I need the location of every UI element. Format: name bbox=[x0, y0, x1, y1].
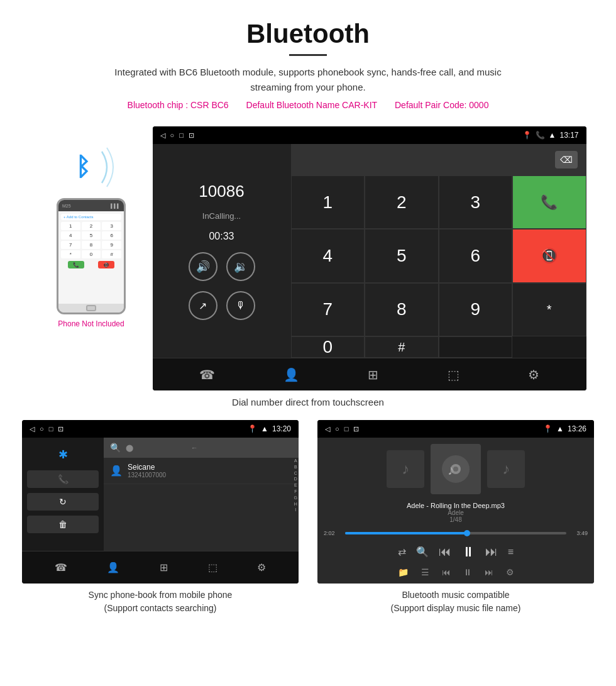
pb-back-icon[interactable]: ◁ bbox=[30, 425, 35, 433]
music-caption: Bluetooth music compatible (Support disp… bbox=[391, 589, 521, 615]
pb-settings-icon[interactable]: ⚙ bbox=[257, 562, 266, 573]
bottom-settings-icon[interactable]: ⚙ bbox=[528, 367, 539, 382]
bottom-dialpad-icon[interactable]: ⊞ bbox=[368, 367, 378, 382]
numpad-call-red[interactable]: 📵 bbox=[512, 229, 586, 282]
alphabet-index: A B C D E F G H I bbox=[294, 458, 297, 513]
spec-name: Default Bluetooth Name CAR-KIT bbox=[246, 100, 378, 110]
phone-key-0: 0 bbox=[82, 250, 101, 258]
numpad-2[interactable]: 2 bbox=[365, 175, 439, 229]
music-folder-icon[interactable]: 📁 bbox=[398, 567, 409, 577]
dial-backspace-button[interactable]: ⌫ bbox=[555, 151, 578, 169]
music-home-icon[interactable]: ○ bbox=[335, 425, 339, 433]
pb-search-placeholder: ⬤ ← bbox=[126, 444, 198, 452]
menu-icon[interactable]: ⊡ bbox=[189, 131, 194, 140]
prev-icon[interactable]: ⏮ bbox=[439, 545, 451, 559]
transfer-button[interactable]: ↗ bbox=[189, 291, 217, 320]
shuffle-icon[interactable]: ⇄ bbox=[398, 546, 406, 558]
music-settings-icon[interactable]: ⚙ bbox=[506, 567, 514, 577]
dial-input-row: ⌫ bbox=[291, 144, 586, 175]
music-bottom-bar: 📁 ☰ ⏮ ⏸ ⏭ ⚙ bbox=[398, 567, 514, 577]
music-recents-icon[interactable]: □ bbox=[344, 425, 349, 433]
pb-recents-icon[interactable]: □ bbox=[49, 425, 53, 433]
pb-delete-btn[interactable]: 🗑 bbox=[27, 516, 99, 533]
pb-calls-icon[interactable]: ☎ bbox=[55, 562, 67, 573]
music-notif-icon[interactable]: ⊡ bbox=[353, 425, 359, 433]
phone-key-hash: # bbox=[102, 250, 121, 258]
pb-home-icon[interactable]: ○ bbox=[40, 425, 44, 433]
page-subtitle: Integrated with BC6 Bluetooth module, su… bbox=[94, 65, 522, 95]
phonebook-caption-line1: Sync phone-book from mobile phone bbox=[89, 590, 233, 600]
music-time-current: 2:02 bbox=[324, 530, 341, 536]
progress-dot bbox=[464, 530, 470, 536]
progress-bar[interactable] bbox=[345, 532, 566, 534]
dial-timer: 00:33 bbox=[209, 231, 234, 242]
mute-button[interactable]: 🎙 bbox=[226, 291, 255, 320]
next-icon[interactable]: ⏭ bbox=[485, 545, 498, 559]
numpad-6[interactable]: 6 bbox=[439, 229, 513, 282]
music-albums-row: ♪ ♪ ♪ bbox=[387, 444, 525, 494]
phone-screen: + Add to Contacts 1 2 3 4 5 6 7 8 9 * 0 … bbox=[58, 211, 124, 304]
music-search-icon[interactable]: 🔍 bbox=[416, 546, 429, 558]
numpad-grid: 1 2 3 📞 4 5 6 📵 7 8 9 * 0 # bbox=[291, 175, 586, 358]
wifi-icon: ▲ bbox=[549, 131, 556, 140]
phone-call-button[interactable]: 📞 bbox=[68, 261, 84, 268]
volume-down-button[interactable]: 🔉 bbox=[226, 252, 255, 281]
numpad-4[interactable]: 4 bbox=[291, 229, 365, 282]
music-list-icon[interactable]: ☰ bbox=[421, 567, 429, 577]
music-next-icon[interactable]: ⏭ bbox=[485, 567, 493, 577]
album-art-right: ♪ bbox=[487, 450, 525, 488]
numpad-0[interactable]: 0 bbox=[291, 336, 365, 358]
call-status-icon: 📞 bbox=[536, 131, 545, 140]
recents-icon[interactable]: □ bbox=[179, 131, 184, 140]
phone-home-button[interactable] bbox=[86, 305, 96, 311]
phonebook-caption-line2: (Support contacts searching) bbox=[104, 603, 217, 613]
numpad-star[interactable]: * bbox=[512, 283, 586, 336]
spec-chip: Bluetooth chip : CSR BC6 bbox=[128, 100, 229, 110]
pb-messages-icon[interactable]: ⬚ bbox=[208, 562, 217, 573]
numpad-3[interactable]: 3 bbox=[439, 175, 513, 229]
bottom-screenshots: ◁ ○ □ ⊡ 📍 ▲ 13:20 ✱ 📞 ↻ 🗑 bbox=[0, 420, 616, 615]
eq-icon[interactable]: ≡ bbox=[508, 546, 514, 558]
music-back-icon[interactable]: ◁ bbox=[325, 425, 330, 433]
svg-text:♪: ♪ bbox=[448, 462, 454, 478]
phone-key-2: 2 bbox=[82, 222, 101, 230]
pb-status-right: 📍 ▲ 13:20 bbox=[248, 424, 291, 433]
pb-contact-row[interactable]: 👤 Seicane 13241007000 bbox=[104, 458, 299, 484]
spec-line: Bluetooth chip : CSR BC6 Default Bluetoo… bbox=[13, 100, 603, 110]
music-note-svg: ♪ bbox=[440, 453, 471, 485]
phone-end-button[interactable]: 📵 bbox=[98, 261, 114, 268]
numpad-1[interactable]: 1 bbox=[291, 175, 365, 229]
bluetooth-icon-wrap: ᛒ bbox=[63, 145, 119, 189]
back-icon[interactable]: ◁ bbox=[160, 131, 165, 140]
pb-menu-icon[interactable]: ⊡ bbox=[58, 425, 63, 433]
numpad-hash[interactable]: # bbox=[365, 336, 439, 358]
pb-bottom-bar: ☎ 👤 ⊞ ⬚ ⚙ bbox=[22, 551, 299, 584]
phone-top-bar: M25 ▌▌▌ bbox=[58, 200, 124, 211]
pb-call-btn[interactable]: 📞 bbox=[27, 470, 99, 488]
volume-up-button[interactable]: 🔊 bbox=[189, 252, 217, 281]
bottom-calls-icon[interactable]: ☎ bbox=[199, 367, 215, 382]
android-dial-content: 10086 InCalling... 00:33 🔊 🔉 ↗ 🎙 ⌫ bbox=[153, 144, 586, 358]
numpad-9[interactable]: 9 bbox=[439, 283, 513, 336]
numpad-7[interactable]: 7 bbox=[291, 283, 365, 336]
bottom-messages-icon[interactable]: ⬚ bbox=[448, 367, 459, 382]
pb-dialpad-icon[interactable]: ⊞ bbox=[160, 562, 168, 573]
android-phonebook-screen: ◁ ○ □ ⊡ 📍 ▲ 13:20 ✱ 📞 ↻ 🗑 bbox=[22, 420, 299, 584]
numpad-call-green[interactable]: 📞 bbox=[512, 175, 586, 229]
progress-fill bbox=[345, 532, 467, 534]
play-pause-button[interactable]: ⏸ bbox=[461, 544, 475, 560]
pb-contacts-icon[interactable]: 👤 bbox=[107, 562, 119, 573]
pb-refresh-btn[interactable]: ↻ bbox=[27, 493, 99, 511]
numpad-5[interactable]: 5 bbox=[365, 229, 439, 282]
music-prev-icon[interactable]: ⏮ bbox=[442, 567, 451, 577]
music-status-icons-left: ◁ ○ □ ⊡ bbox=[325, 425, 359, 433]
phone-key-star: * bbox=[61, 250, 80, 258]
home-icon[interactable]: ○ bbox=[170, 131, 175, 140]
music-status-right: 📍 ▲ 13:26 bbox=[543, 424, 586, 433]
music-play-icon[interactable]: ⏸ bbox=[463, 567, 472, 577]
title-underline bbox=[289, 54, 327, 56]
album-art-left: ♪ bbox=[387, 450, 424, 488]
numpad-8[interactable]: 8 bbox=[365, 283, 439, 336]
music-status-bar: ◁ ○ □ ⊡ 📍 ▲ 13:26 bbox=[317, 420, 594, 438]
bottom-contacts-icon[interactable]: 👤 bbox=[283, 367, 299, 382]
